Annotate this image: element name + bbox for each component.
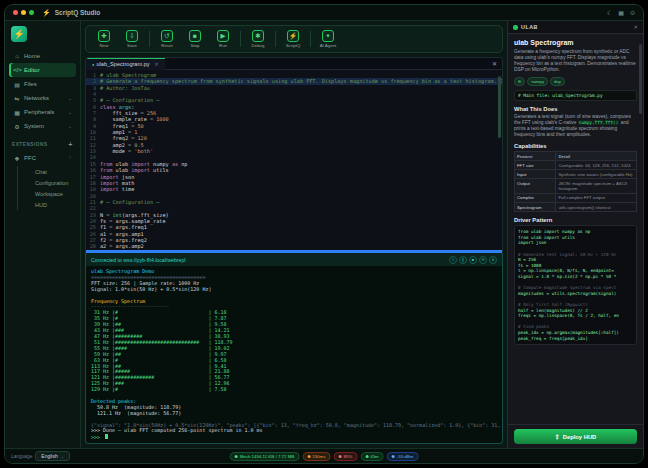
code-token: mode =: [100, 148, 134, 154]
code-token: # Author: JosTau: [100, 85, 150, 91]
panel-status-icon: [513, 25, 518, 30]
what-text: Generates a test signal (sum of sine wav…: [514, 114, 637, 138]
status-pill-text: 85%: [343, 454, 352, 459]
sidebar: ⚡ ⌂Home</>Editor▤Files⇆Networks⌄▦Periphe…: [5, 21, 81, 448]
toolbar-button-label: ScriptQ: [286, 43, 301, 48]
terminal-pause-button[interactable]: ∥: [459, 256, 467, 264]
tab-close-icon[interactable]: ✕: [155, 61, 159, 67]
titlebar: ⚡ ScriptQ Studio ☾▦⊙: [5, 5, 643, 21]
maximize-window-button[interactable]: [29, 10, 34, 15]
ai-agent-button[interactable]: ✦AI Agent: [317, 30, 339, 48]
toolbar-separator: [149, 31, 150, 47]
stop-button[interactable]: ■Stop: [184, 30, 206, 48]
chevron-down-icon: ⌄: [61, 454, 64, 459]
sidebar-item-editor[interactable]: </>Editor: [9, 63, 76, 77]
reset-button[interactable]: ↺Reset: [156, 30, 178, 48]
add-extension-button[interactable]: +: [69, 141, 73, 148]
pfc-label: PFC: [24, 155, 36, 161]
terminal-close-button[interactable]: ✕: [489, 256, 497, 264]
prompt-label: >>>: [91, 434, 103, 440]
network-icon: ⇆: [13, 95, 21, 102]
terminal-download-button[interactable]: ⇩: [449, 256, 457, 264]
theme-icon[interactable]: ☾: [607, 9, 612, 16]
editor-close-icon[interactable]: ✕: [492, 60, 497, 67]
sidebar-item-files[interactable]: ▤Files: [9, 77, 76, 91]
code-token: time: [119, 186, 135, 192]
account-icon[interactable]: ⊙: [630, 9, 635, 16]
cap-feature-cell: Complex: [515, 193, 556, 202]
scriptq-button[interactable]: ⚡ScriptQ: [282, 30, 304, 48]
pfc-icon: ❖: [13, 155, 21, 162]
close-window-button[interactable]: [13, 10, 18, 15]
minimize-window-button[interactable]: [21, 10, 26, 15]
inline-code: numpy.fft.fft(): [578, 120, 620, 125]
sidebar-item-peripherals[interactable]: ▦Peripherals⌄: [9, 105, 76, 119]
status-pill-text: 150ms: [312, 454, 325, 459]
sidebar-item-pfc[interactable]: ❖ PFC ⌃: [9, 151, 76, 165]
panel-content: ulab Spectrogram Generate a frequency sp…: [508, 34, 643, 424]
new-button[interactable]: ✚New: [93, 30, 115, 48]
terminal-stop-button[interactable]: ■: [469, 256, 477, 264]
terminal-output[interactable]: ulab Spectrogram Demo===================…: [86, 266, 502, 443]
editor-scrollbar[interactable]: [498, 76, 501, 138]
status-pill: Mesh 1456.11 KB / 7.72 MB: [230, 452, 300, 461]
tag-chip: dsp: [550, 77, 565, 86]
toolbar-button-label: Run: [219, 43, 227, 48]
cap-detail-cell: Full complex FFT output: [556, 193, 637, 202]
editor-tabbar: ● ulab_Spectrogram.py ✕ ✕: [86, 58, 502, 70]
driver-heading: Driver Pattern: [514, 217, 637, 223]
status-pills: Mesh 1456.11 KB / 7.72 MB150ms85%45m-55 …: [230, 452, 419, 461]
driver-code-line: peak_freq = freqs[peak_idx]: [518, 336, 633, 342]
code-token: np: [178, 161, 187, 167]
capabilities-rows: FFT sizeConfigurable: 64, 128, 256, 512,…: [515, 161, 637, 212]
tag-list: fftnumpydsp: [514, 77, 637, 86]
cap-col-feature: Feature: [515, 152, 556, 161]
driver-code-line: signal = 1.0 * np.sin(2 * np.pi * 50 *: [518, 274, 633, 280]
code-token: # Generate a frequency spectrum from syn…: [100, 78, 502, 84]
sidebar-item-configuration[interactable]: Configuration: [17, 177, 76, 188]
editor-horizontal-scrollbar[interactable]: [86, 250, 502, 253]
sidebar-item-system[interactable]: ⚙System⌄: [9, 119, 76, 133]
code-token: 'both': [134, 148, 153, 154]
status-dot-icon: [338, 455, 341, 458]
terminal-header: Connected to wss://pyb-fft4.local/webrep…: [86, 253, 502, 266]
save-button[interactable]: ⇩Save: [121, 30, 143, 48]
toolbar-button-label: Save: [127, 43, 137, 48]
tab-ulab-spectrogram[interactable]: ● ulab_Spectrogram.py ✕: [86, 58, 165, 70]
sidebar-item-home[interactable]: ⌂Home: [9, 49, 76, 63]
panel-close-icon[interactable]: ✕: [633, 24, 638, 30]
deploy-hud-button[interactable]: ⇧ Deploy HUD: [514, 429, 637, 444]
language-select[interactable]: English ⌄: [35, 451, 70, 461]
apps-icon[interactable]: ▦: [618, 9, 624, 16]
terminal-prompt[interactable]: >>>: [91, 434, 497, 441]
editor-window: ● ulab_Spectrogram.py ✕ ✕ 1# ulab Spectr…: [85, 57, 503, 253]
code-icon: </>: [13, 67, 21, 73]
panel-scrollbar[interactable]: [639, 44, 642, 114]
brand-bolt-icon: ⚡: [11, 26, 27, 42]
code-token: utils: [150, 167, 169, 173]
pfc-subnav: ChatConfigurationWorkspaceHUD: [9, 166, 76, 210]
cap-col-detail: Detail: [556, 152, 637, 161]
sidebar-item-workspace[interactable]: Workspace: [17, 188, 76, 199]
code-area[interactable]: 1# ulab Spectrogram2# Generate a frequen…: [86, 70, 502, 250]
driver-code-line: peak_idx = np.argmax(magnitudes[:half]): [518, 330, 633, 336]
main-area: ✚New⇩Save↺Reset■Stop▶Run✱Debug⚡ScriptQ✦A…: [81, 21, 507, 448]
sidebar-item-chat[interactable]: Chat: [17, 166, 76, 177]
sidebar-item-label: Peripherals: [24, 109, 54, 115]
sidebar-item-networks[interactable]: ⇆Networks⌄: [9, 91, 76, 105]
app-title: ScriptQ Studio: [55, 9, 101, 16]
debug-button[interactable]: ✱Debug: [247, 30, 269, 48]
run-button[interactable]: ▶Run: [212, 30, 234, 48]
driver-code-line: # Compute magnitude spectrum via spect: [518, 285, 633, 291]
terminal-reconnect-button[interactable]: ⟳: [479, 256, 487, 264]
main-file-chip: # Main file: ulab_Spectrogram.py: [514, 90, 637, 101]
status-pill: 45m: [360, 452, 384, 461]
status-pill-text: -55 dBm: [397, 454, 414, 459]
sidebar-item-hud[interactable]: HUD: [17, 199, 76, 210]
cap-feature-cell: FFT size: [515, 161, 556, 170]
sidebar-item-label: Networks: [24, 95, 49, 101]
toolbar-button-label: Reset: [161, 43, 172, 48]
panel-footer: ⇧ Deploy HUD: [508, 424, 643, 448]
toolbar: ✚New⇩Save↺Reset■Stop▶Run✱Debug⚡ScriptQ✦A…: [85, 25, 503, 53]
folder-icon: ▤: [13, 81, 21, 88]
